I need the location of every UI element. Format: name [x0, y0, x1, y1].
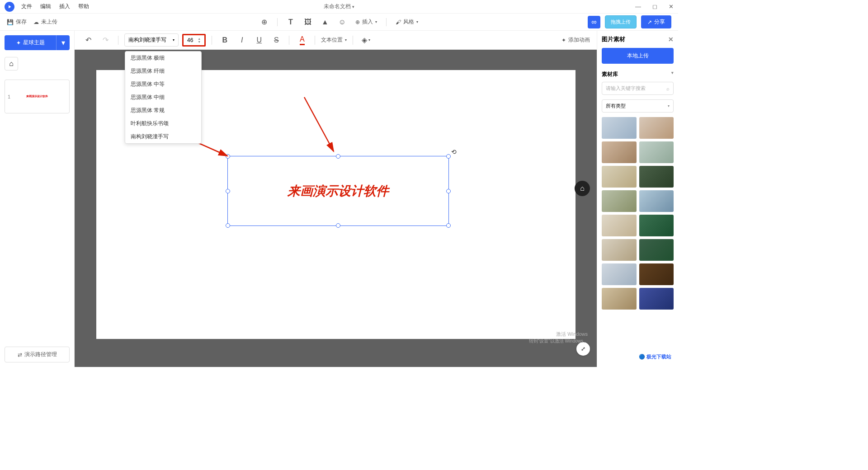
image-thumbnail[interactable]: [602, 117, 637, 139]
save-button[interactable]: 💾保存: [7, 18, 27, 26]
menu-help[interactable]: 帮助: [78, 3, 89, 10]
image-thumbnail[interactable]: [639, 288, 674, 310]
image-thumbnail[interactable]: [639, 117, 674, 139]
format-toolbar: ↶ ↷ 南构刘晓潼手写▾ 思源黑体 极细 思源黑体 纤细 思源黑体 中等 思源黑…: [75, 31, 597, 50]
path-management-button[interactable]: ⇄演示路径管理: [5, 347, 70, 362]
text-icon[interactable]: T: [287, 18, 295, 26]
resize-handle[interactable]: [446, 223, 451, 228]
italic-button[interactable]: I: [235, 33, 249, 47]
slide-thumbnail[interactable]: 1 来画演示设计软件: [5, 80, 70, 113]
emoji-icon[interactable]: ☺: [338, 18, 346, 26]
text-position-dropdown[interactable]: 文本位置▾: [321, 36, 347, 44]
resize-handle[interactable]: [446, 189, 451, 193]
resize-handle[interactable]: [336, 154, 340, 159]
image-thumbnail[interactable]: [602, 239, 637, 261]
image-thumbnail[interactable]: [639, 263, 674, 285]
layer-button[interactable]: ◈▾: [359, 33, 373, 47]
save-icon: 💾: [7, 19, 14, 25]
canvas-area: ↶ ↷ 南构刘晓潼手写▾ 思源黑体 极细 思源黑体 纤细 思源黑体 中等 思源黑…: [75, 31, 597, 367]
close-icon[interactable]: ✕: [669, 3, 674, 10]
cloud-sync-button[interactable]: ∞: [588, 16, 600, 28]
zoom-icon[interactable]: ⊕: [260, 18, 268, 26]
shape-icon[interactable]: ▲: [321, 18, 329, 26]
panel-close-icon[interactable]: ✕: [668, 36, 674, 43]
strikethrough-button[interactable]: S: [269, 33, 283, 47]
secondary-toolbar: 💾保存 ☁未上传 ⊕ T 🖼 ▲ ☺ ⊕插入▾ 🖌风格▾ ∞ 拖拽上传 ↗分享: [0, 14, 678, 31]
undo-button[interactable]: ↶: [81, 33, 95, 47]
title-bar: 文件 编辑 插入 帮助 未命名文档▾ — ◻ ✕: [0, 0, 678, 14]
resize-handle[interactable]: [226, 154, 230, 159]
menu-insert[interactable]: 插入: [59, 3, 70, 10]
brush-icon: 🖌: [396, 19, 401, 25]
main-area: ✦星球主题 ▾ ⌂ 1 来画演示设计软件 ⇄演示路径管理 ↶ ↷ 南构刘晓潼手写…: [0, 31, 678, 367]
slide-number: 1: [8, 94, 10, 99]
add-animation-button[interactable]: ✦添加动画: [561, 36, 590, 44]
font-option[interactable]: 思源黑体 中细: [125, 91, 201, 104]
search-icon: ⌕: [666, 86, 670, 91]
theme-button[interactable]: ✦星球主题: [5, 35, 56, 50]
image-thumbnail[interactable]: [602, 190, 637, 212]
style-button[interactable]: 🖌风格▾: [396, 18, 418, 26]
home-icon: ⌂: [9, 60, 14, 68]
image-thumbnail[interactable]: [602, 215, 637, 236]
home-button[interactable]: ⌂: [5, 57, 18, 70]
share-icon: ↗: [647, 19, 652, 25]
resize-handle[interactable]: [226, 223, 230, 228]
sparkle-icon: ✦: [561, 37, 566, 43]
minimize-icon[interactable]: —: [635, 3, 641, 10]
image-thumbnail[interactable]: [639, 190, 674, 212]
thumbnail-grid: [602, 117, 674, 310]
toolbar-right: ∞ 拖拽上传 ↗分享: [588, 15, 671, 28]
image-thumbnail[interactable]: [639, 141, 674, 163]
image-thumbnail[interactable]: [639, 239, 674, 261]
font-family-select[interactable]: 南构刘晓潼手写▾ 思源黑体 极细 思源黑体 纤细 思源黑体 中等 思源黑体 中细…: [124, 33, 179, 47]
slide-preview-text: 来画演示设计软件: [26, 94, 48, 99]
font-size-select[interactable]: 46 ▲▼: [182, 34, 206, 47]
font-option[interactable]: 思源黑体 中等: [125, 78, 201, 91]
font-option[interactable]: 南构刘晓潼手写: [125, 130, 201, 143]
drag-upload-button[interactable]: 拖拽上传: [605, 15, 637, 28]
font-option[interactable]: 思源黑体 极细: [125, 52, 201, 65]
app-logo[interactable]: [5, 2, 14, 12]
share-button[interactable]: ↗分享: [641, 15, 671, 28]
text-box[interactable]: 来画演示设计软件 ⟲: [227, 156, 449, 226]
font-option[interactable]: 叶利航快乐书颂: [125, 117, 201, 130]
image-thumbnail[interactable]: [602, 141, 637, 163]
float-home-button[interactable]: ⌂: [575, 181, 590, 196]
svg-line-1: [304, 97, 334, 151]
font-option[interactable]: 思源黑体 纤细: [125, 65, 201, 78]
type-select[interactable]: 所有类型▾: [602, 99, 674, 113]
image-thumbnail[interactable]: [602, 288, 637, 310]
resize-handle[interactable]: [446, 154, 451, 159]
image-thumbnail[interactable]: [639, 215, 674, 236]
maximize-icon[interactable]: ◻: [652, 3, 657, 10]
textbox-content[interactable]: 来画演示设计软件: [288, 183, 389, 200]
local-upload-button[interactable]: 本地上传: [602, 48, 674, 64]
text-color-button[interactable]: A: [295, 33, 309, 47]
cloud-icon: ☁: [33, 19, 39, 25]
insert-dropdown[interactable]: ⊕插入▾: [355, 18, 377, 26]
image-icon[interactable]: 🖼: [304, 18, 312, 26]
image-thumbnail[interactable]: [602, 263, 637, 285]
menu-edit[interactable]: 编辑: [40, 3, 51, 10]
search-input[interactable]: 请输入关键字搜索⌕: [602, 82, 674, 95]
site-watermark: 🔵 极光下载站: [639, 353, 671, 360]
home-icon: ⌂: [580, 184, 585, 193]
underline-button[interactable]: U: [252, 33, 266, 47]
toolbar-center: ⊕ T 🖼 ▲ ☺ ⊕插入▾ 🖌风格▾: [260, 18, 418, 26]
document-title[interactable]: 未命名文档▾: [324, 3, 354, 10]
bold-button[interactable]: B: [218, 33, 231, 47]
menu-file[interactable]: 文件: [21, 3, 32, 10]
window-controls: — ◻ ✕: [635, 3, 674, 10]
font-dropdown-menu: 思源黑体 极细 思源黑体 纤细 思源黑体 中等 思源黑体 中细 思源黑体 常规 …: [125, 51, 202, 144]
theme-dropdown-arrow[interactable]: ▾: [56, 35, 70, 50]
chevron-down-icon[interactable]: ▾: [671, 70, 674, 78]
image-thumbnail[interactable]: [602, 166, 637, 188]
rotate-handle[interactable]: ⟲: [451, 148, 457, 155]
resize-handle[interactable]: [336, 223, 340, 228]
image-thumbnail[interactable]: [639, 166, 674, 188]
resize-handle[interactable]: [226, 189, 230, 193]
font-option[interactable]: 思源黑体 常规: [125, 104, 201, 117]
unsaved-button[interactable]: ☁未上传: [33, 18, 57, 26]
redo-button[interactable]: ↷: [99, 33, 112, 47]
